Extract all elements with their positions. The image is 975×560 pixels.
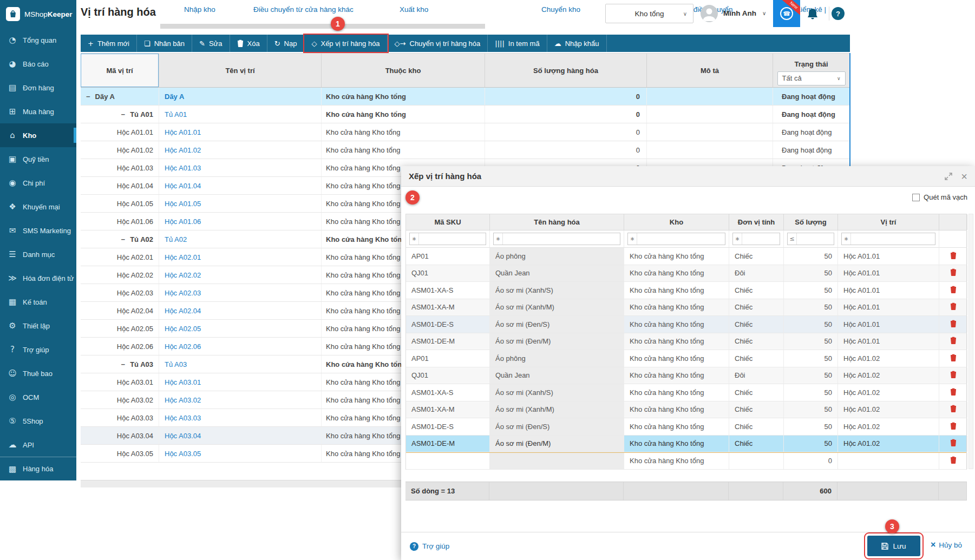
modal-product-row[interactable]: ASM01-DE-SÁo sơ mi (Đen/S)Kho cửa hàng K… (406, 418, 966, 436)
sidebar-item-quy-tien[interactable]: ▣Quỹ tiền (0, 147, 76, 171)
location-name-link[interactable]: Hộc A02.01 (159, 248, 322, 266)
column-header-vi-tri[interactable]: Vị trí (838, 214, 939, 230)
cancel-button[interactable]: × Hủy bỏ (931, 540, 962, 550)
toolbar-nhap-khau[interactable]: ☁Nhập khẩu (547, 35, 607, 52)
toolbar-nap[interactable]: ↻Nạp (267, 35, 305, 52)
location-name-link[interactable]: Hộc A01.04 (159, 177, 322, 194)
location-name-link[interactable]: Hộc A01.02 (159, 141, 322, 159)
modal-product-row[interactable]: QJ01Quần JeanKho cửa hàng Kho tổngĐôi50H… (406, 367, 966, 385)
location-name-link[interactable]: Hộc A02.06 (159, 338, 322, 355)
toolbar-sua[interactable]: ✎Sửa (192, 35, 230, 52)
filter-input-1[interactable] (503, 233, 620, 245)
filter-input-5[interactable] (851, 233, 935, 245)
delete-row-button[interactable] (939, 299, 967, 316)
filter-operator-icon[interactable]: ≤ (788, 233, 797, 245)
filter-operator-icon[interactable]: ∗ (410, 233, 419, 245)
modal-product-row[interactable]: ASM01-DE-MÁo sơ mi (Đen/M)Kho cửa hàng K… (406, 333, 966, 351)
app-logo[interactable]: MShopKeeper (0, 0, 76, 28)
toolbar-them-moi[interactable]: +Thêm mới (81, 35, 137, 52)
sidebar-item-ocm[interactable]: ◎OCM (0, 385, 76, 409)
sidebar-item-chi-phi[interactable]: ◉Chi phí (0, 171, 76, 195)
modal-product-row[interactable]: Kho cửa hàng Kho tổng0 (406, 452, 966, 470)
tab-nhap-kho[interactable]: Nhập kho (184, 5, 215, 14)
sidebar-item-mua-hang[interactable]: ⊞Mua hàng (0, 100, 76, 123)
location-name-link[interactable]: Hộc A01.01 (159, 123, 322, 141)
warehouse-selector[interactable]: Kho tổng ∨ (605, 4, 693, 23)
tabs-scrollbar[interactable] (160, 24, 485, 29)
close-icon[interactable]: × (961, 173, 967, 180)
location-name-link[interactable]: Hộc A01.05 (159, 195, 322, 212)
sidebar-item-thue-bao[interactable]: ☺Thuê bao (0, 361, 76, 385)
filter-input-3[interactable] (742, 233, 780, 245)
column-header-so-luong[interactable]: Số lượng (784, 214, 838, 230)
modal-table-vscrollbar[interactable] (969, 214, 973, 469)
collapse-icon[interactable]: − (121, 360, 126, 368)
sidebar-item-kho[interactable]: ⌂Kho (0, 123, 76, 147)
tab-chuyen-kho[interactable]: Chuyển kho (541, 5, 580, 14)
sidebar-item-5shop[interactable]: ⑤5Shop (0, 409, 76, 433)
delete-row-button[interactable] (939, 418, 967, 435)
location-name-link[interactable]: Hộc A03.04 (159, 427, 322, 444)
delete-row-button[interactable] (939, 401, 967, 418)
filter-operator-icon[interactable]: ∗ (494, 233, 503, 245)
delete-row-button[interactable] (939, 453, 967, 469)
help-link[interactable]: ? Trợ giúp (410, 542, 449, 551)
sidebar-item-don-hang[interactable]: ▤Đơn hàng (0, 76, 76, 100)
location-name-link[interactable]: Hộc A03.02 (159, 391, 322, 409)
location-name-link[interactable]: Hộc A03.01 (159, 373, 322, 391)
modal-product-row[interactable]: ASM01-DE-MÁo sơ mi (Đen/M)Kho cửa hàng K… (406, 436, 966, 453)
location-name-link[interactable]: Hộc A02.04 (159, 302, 322, 319)
sidebar-item-hoa-don-dien-tu[interactable]: ≫Hóa đơn điện tử (0, 266, 76, 290)
filter-input-0[interactable] (419, 233, 486, 245)
location-row[interactable]: Hộc A01.01Hộc A01.01Kho cửa hàng Kho tổn… (81, 123, 850, 141)
sidebar-item-sms-marketing[interactable]: ✉SMS Marketing (0, 219, 76, 242)
sidebar-item-ke-toan[interactable]: ▦Kế toán (0, 290, 76, 314)
support-phone-button[interactable]: ☎ New (773, 0, 800, 27)
location-name-link[interactable]: Dãy A (159, 88, 322, 105)
delete-row-button[interactable] (939, 282, 967, 299)
toolbar-chuyen-vi-tri-hang-hoa[interactable]: ◇→Chuyển vị trí hàng hóa (388, 35, 488, 52)
sidebar-item-tong-quan[interactable]: ◔Tổng quan (0, 28, 76, 52)
modal-product-row[interactable]: ASM01-XA-SÁo sơ mi (Xanh/S)Kho cửa hàng … (406, 384, 966, 401)
sidebar-item-thiet-lap[interactable]: ⚙Thiết lập (0, 314, 76, 338)
sidebar-item-api[interactable]: ☁API (0, 433, 76, 457)
status-filter-select[interactable]: Tất cả ∨ (777, 71, 846, 85)
location-row[interactable]: −Tủ A01Tủ A01Kho cửa hàng Kho tổng0Đang … (81, 106, 850, 123)
save-button[interactable]: Lưu (867, 536, 920, 556)
tab-xuat-kho[interactable]: Xuất kho (400, 5, 428, 14)
modal-product-row[interactable]: ASM01-XA-MÁo sơ mi (Xanh/M)Kho cửa hàng … (406, 299, 966, 317)
column-header-kho[interactable]: Kho (624, 214, 729, 230)
avatar[interactable] (701, 5, 718, 22)
user-name[interactable]: Minh Anh (723, 9, 756, 17)
column-header-don-vi-tinh[interactable]: Đơn vị tính (729, 214, 784, 230)
filter-operator-icon[interactable]: ∗ (733, 233, 742, 245)
collapse-icon[interactable]: − (121, 110, 126, 118)
column-header-thuoc-kho[interactable]: Thuộc kho (322, 54, 485, 87)
toolbar-xoa[interactable]: Xóa (230, 35, 267, 52)
modal-product-row[interactable]: AP01Áo phôngKho cửa hàng Kho tổngChiếc50… (406, 350, 966, 367)
modal-product-row[interactable]: AP01Áo phôngKho cửa hàng Kho tổngChiếc50… (406, 248, 966, 265)
column-header-ma-vi-tri[interactable]: Mã vị trí (81, 54, 159, 87)
expand-icon[interactable] (945, 173, 952, 180)
notifications-bell-icon[interactable] (807, 8, 819, 21)
location-name-link[interactable]: Hộc A01.03 (159, 159, 322, 176)
location-name-link[interactable]: Hộc A02.02 (159, 266, 322, 284)
delete-row-button[interactable] (939, 367, 967, 384)
location-row[interactable]: −Dãy ADãy AKho cửa hàng Kho tổng0Đang ho… (81, 88, 850, 106)
column-header-mo-ta[interactable]: Mô tả (647, 54, 773, 87)
delete-row-button[interactable] (939, 436, 967, 452)
location-name-link[interactable]: Hộc A03.03 (159, 409, 322, 426)
toolbar-nhan-ban[interactable]: ❏Nhân bản (137, 35, 192, 52)
toolbar-xep-vi-tri-hang-hoa[interactable]: ◇Xếp vị trí hàng hóa (304, 35, 387, 52)
sidebar-item-hang-hoa[interactable]: ▩Hàng hóa (0, 457, 76, 480)
filter-operator-icon[interactable]: ∗ (628, 233, 637, 245)
location-name-link[interactable]: Hộc A01.06 (159, 213, 322, 230)
sidebar-item-khuyen-mai[interactable]: ❖Khuyến mại (0, 195, 76, 219)
delete-row-button[interactable] (939, 350, 967, 367)
column-header-ten-hang-hoa[interactable]: Tên hàng hóa (490, 214, 624, 230)
location-name-link[interactable]: Tủ A02 (159, 230, 322, 248)
delete-row-button[interactable] (939, 316, 967, 333)
filter-input-2[interactable] (637, 233, 725, 245)
location-row[interactable]: Hộc A01.02Hộc A01.02Kho cửa hàng Kho tổn… (81, 141, 850, 159)
column-header-ma-sku[interactable]: Mã SKU (406, 214, 490, 230)
